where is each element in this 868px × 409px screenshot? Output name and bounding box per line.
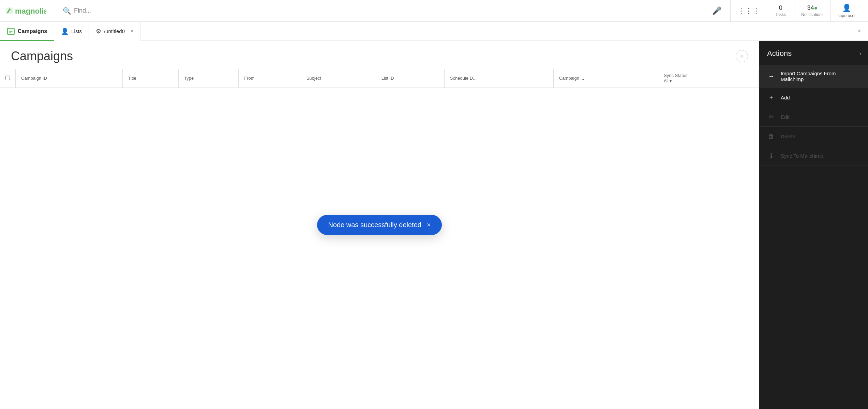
tab-lists-label: Lists (71, 28, 82, 34)
notifications-label: Notifications (801, 12, 823, 17)
action-delete: 🗑 Delete (759, 127, 868, 146)
action-edit-label: Edit (781, 114, 790, 120)
panel-title: Actions (767, 49, 792, 58)
col-checkbox (0, 69, 16, 88)
toast-message: Node was successfully deleted (328, 221, 421, 229)
settings-icon: ⚙ (96, 28, 101, 35)
table-header-row: Campaign ID Title Type From Subject List… (0, 69, 759, 88)
tasks-count: 0 (779, 4, 782, 12)
table-header: Campaign ID Title Type From Subject List… (0, 69, 759, 88)
action-delete-label: Delete (781, 133, 795, 139)
tabbar: Campaigns 👤 Lists ⚙ /untitled0 × × (0, 22, 868, 41)
col-title: Title (122, 69, 178, 88)
user-icon: 👤 (842, 4, 851, 13)
search-bar: 🔍 (59, 7, 703, 15)
logo: magnolia (5, 5, 53, 17)
notifications-count: 34● (807, 4, 818, 12)
mic-icon: 🎤 (712, 6, 721, 15)
tab-campaigns-label: Campaigns (18, 28, 47, 34)
data-table: Campaign ID Title Type From Subject List… (0, 69, 759, 88)
lists-icon: 👤 (61, 28, 69, 35)
action-sync-label: Sync To Mailchimp (781, 153, 823, 159)
panel-header: Actions › (759, 41, 868, 65)
campaigns-tab-icon (7, 27, 15, 35)
main-layout: Campaigns ≡ Campaign ID Title (0, 41, 868, 409)
right-panel: Actions › → Import Campaigns From Mailch… (759, 41, 868, 409)
svg-text:magnolia: magnolia (15, 7, 46, 15)
tab-close-right[interactable]: × (851, 28, 868, 35)
tab-lists[interactable]: 👤 Lists (54, 22, 89, 41)
col-schedule-d: Schedule D... (444, 69, 553, 88)
tasks-label: Tasks (775, 12, 786, 17)
user-button[interactable]: 👤 superuser (830, 0, 863, 22)
action-add[interactable]: + Add (759, 88, 868, 107)
tab-untitled[interactable]: ⚙ /untitled0 × (89, 22, 140, 41)
topbar: magnolia 🔍 🎤 ⋮⋮⋮ 0 Tasks 34● Notificatio… (0, 0, 868, 22)
page-title: Campaigns (11, 49, 73, 63)
col-subject: Subject (301, 69, 376, 88)
action-sync: ℹ Sync To Mailchimp (759, 146, 868, 166)
grid-icon: ⋮⋮⋮ (737, 6, 760, 15)
import-icon: → (767, 72, 775, 80)
notification-dot: ● (814, 4, 818, 11)
delete-icon: 🗑 (767, 132, 775, 140)
sync-status-value: All (664, 79, 668, 83)
notifications-button[interactable]: 34● Notifications (794, 0, 830, 22)
action-edit: ✏ Edit (759, 107, 868, 127)
sync-status-header: Sync Status (664, 73, 753, 78)
hamburger-icon: ≡ (740, 53, 743, 59)
sync-icon: ℹ (767, 152, 775, 160)
content-wrapper: Campaigns ≡ Campaign ID Title (0, 41, 759, 409)
mic-button[interactable]: 🎤 (703, 0, 730, 22)
col-type: Type (179, 69, 239, 88)
topbar-actions: 🎤 ⋮⋮⋮ 0 Tasks 34● Notifications 👤 superu… (703, 0, 863, 22)
table-wrap: Campaign ID Title Type From Subject List… (0, 69, 759, 409)
grid-button[interactable]: ⋮⋮⋮ (730, 0, 767, 22)
col-list-id: List ID (376, 69, 444, 88)
tab-campaigns[interactable]: Campaigns (0, 22, 54, 41)
toast-close[interactable]: × (427, 221, 431, 229)
edit-icon: ✏ (767, 113, 775, 121)
tasks-button[interactable]: 0 Tasks (767, 0, 794, 22)
action-import-label: Import Campaigns From Mailchimp (781, 70, 860, 82)
col-from: From (239, 69, 301, 88)
tab-untitled-close[interactable]: × (130, 28, 133, 34)
col-sync-status[interactable]: Sync Status All ▾ (658, 69, 759, 88)
page-header: Campaigns ≡ (0, 41, 759, 69)
panel-chevron[interactable]: › (859, 50, 861, 57)
add-icon: + (767, 93, 775, 101)
sync-status-filter[interactable]: All ▾ (664, 79, 753, 83)
username-label: superuser (838, 13, 856, 18)
sync-status-chevron: ▾ (670, 79, 672, 83)
hamburger-button[interactable]: ≡ (736, 50, 748, 62)
tab-untitled-label: /untitled0 (104, 28, 125, 34)
search-icon: 🔍 (63, 7, 71, 15)
action-add-label: Add (781, 95, 790, 100)
action-import[interactable]: → Import Campaigns From Mailchimp (759, 65, 868, 88)
toast: Node was successfully deleted × (317, 215, 442, 235)
select-all-checkbox[interactable] (5, 76, 10, 80)
col-campaign-more: Campaign ... (553, 69, 658, 88)
search-input[interactable] (74, 7, 699, 14)
col-campaign-id: Campaign ID (16, 69, 123, 88)
